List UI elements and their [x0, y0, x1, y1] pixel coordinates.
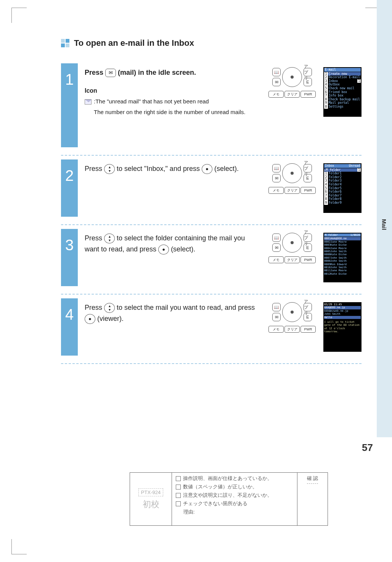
- keypad-diagram: 📖 ✉ アプリ E: [272, 67, 312, 87]
- updown-key-icon: [104, 303, 115, 313]
- book-key-icon: 📖: [272, 68, 281, 76]
- mail-key-icon: ✉: [105, 69, 116, 77]
- step-text: Press ✉ (mail) in the idle screen. Icon …: [85, 67, 261, 143]
- unread-mail-icon: [85, 99, 92, 105]
- step-text: Press to select the folder containing th…: [85, 233, 261, 282]
- center-key-icon: ●: [85, 314, 95, 324]
- check-item: 注意文や説明文に誤り、不足がないか。: [176, 492, 293, 499]
- app-key-icon: アプリ: [304, 68, 312, 76]
- phone-screen-3: M folder 1/0020 0001 AAA@OOO.ne 0002 Jan…: [323, 233, 361, 282]
- step-number: 1: [61, 63, 78, 147]
- center-key-icon: ●: [158, 245, 169, 254]
- softkey-row: メモ クリア PWR: [268, 91, 316, 98]
- phone-screen-2: Inbox Unread ▸M folder1 1Folder1 2Folder…: [323, 163, 361, 213]
- step-number: 2: [61, 159, 78, 217]
- mail-key-icon: ✉: [272, 78, 281, 86]
- phone-screen-1: E-mail 1Create new 2Decoration E-mail 3I…: [323, 67, 361, 117]
- e-key-icon: E: [304, 78, 312, 86]
- confirm-label: 確 認: [307, 475, 318, 484]
- checkbox-icon: [176, 485, 181, 490]
- step-number: 4: [61, 298, 78, 356]
- keypad-diagram: 📖 ✉ アプリ E: [272, 233, 312, 253]
- step-text: Press to select the mail you want to rea…: [85, 302, 261, 352]
- side-tab-label: Mail: [381, 219, 387, 230]
- updown-key-icon: [104, 233, 115, 243]
- keypad-diagram: 📖 ✉ アプリ E: [272, 302, 312, 322]
- dpad-icon: [282, 67, 302, 87]
- proof-label: 初校: [143, 499, 159, 510]
- model-code: PTX-924: [138, 488, 163, 496]
- section-heading: To open an e-mail in the Inbox: [61, 38, 361, 48]
- step-4: 4 Press to select the mail you want to r…: [61, 298, 361, 364]
- step-2: 2 Press to select "Inbox," and press ● (…: [61, 159, 361, 225]
- check-item: チェックできない箇所がある: [176, 500, 293, 507]
- updown-key-icon: [104, 164, 115, 174]
- step-number: 3: [61, 229, 78, 286]
- step-1: 1 Press ✉ (mail) in the idle screen. Ico…: [61, 63, 361, 156]
- step-3: 3 Press to select the folder containing …: [61, 229, 361, 295]
- check-item: 数値（スペック値）が正しいか。: [176, 483, 293, 490]
- center-key-icon: ●: [202, 164, 212, 174]
- checkbox-icon: [176, 501, 181, 506]
- step-text: Press to select "Inbox," and press ● (se…: [85, 163, 261, 213]
- check-item: 操作説明、画面が仕様とあっているか。: [176, 475, 293, 482]
- heading-text: To open an e-mail in the Inbox: [74, 38, 194, 48]
- heading-icon: [61, 39, 69, 47]
- icon-section-label: Icon: [85, 86, 261, 96]
- review-box: PTX-924 初校 操作説明、画面が仕様とあっているか。 数値（スペック値）が…: [130, 472, 328, 526]
- phone-screen-4: 03/29 11:45 AAA@OOO.ne.jp bbb@ezweb.ne.j…: [323, 302, 361, 352]
- page-number: 57: [362, 442, 373, 454]
- keypad-diagram: 📖 ✉ アプリ E: [272, 163, 312, 183]
- checkbox-icon: [176, 476, 181, 481]
- checkbox-icon: [176, 493, 181, 498]
